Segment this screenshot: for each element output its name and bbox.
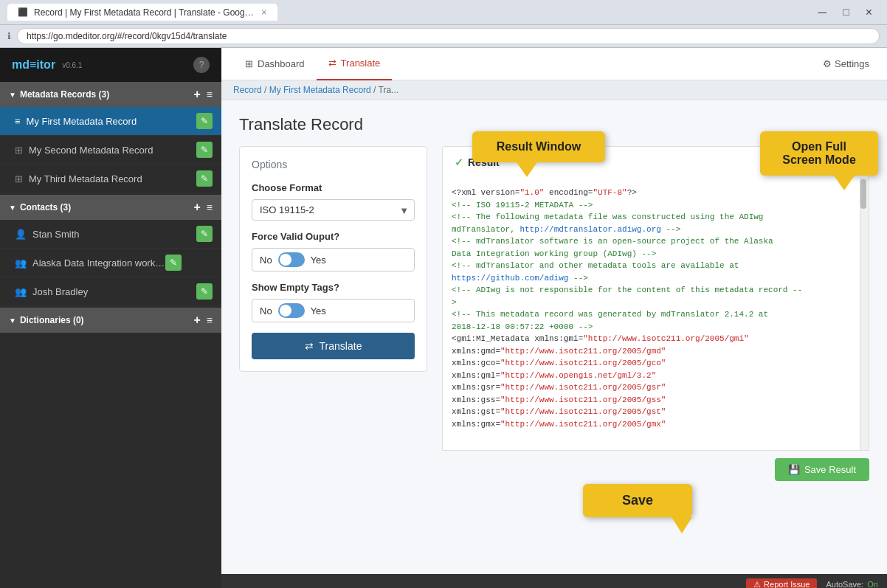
contact-label-2: Alaska Data Integration working... — [32, 257, 165, 269]
show-yes-label: Yes — [311, 305, 326, 317]
force-valid-toggle[interactable] — [278, 252, 305, 267]
help-button[interactable]: ? — [193, 57, 210, 73]
metadata-item-icon-1: ≡ — [15, 116, 21, 127]
fullscreen-button[interactable]: ⤢ — [846, 154, 857, 170]
nav-dashboard[interactable]: ⊞ Dashboard — [233, 48, 317, 80]
sidebar-item-josh-bradley[interactable]: 👥 Josh Bradley ✎ — [0, 277, 221, 306]
dashboard-icon: ⊞ — [245, 58, 253, 69]
contacts-caret-icon: ▼ — [9, 204, 16, 212]
window-minimize-btn[interactable]: ─ — [811, 6, 834, 19]
show-no-label: No — [260, 305, 272, 317]
edit-contact-3-btn[interactable]: ✎ — [196, 283, 213, 300]
metadata-item-icon-2: ⊞ — [15, 145, 23, 156]
result-title: ✓ Result — [455, 156, 500, 168]
dictionaries-caret-icon: ▼ — [9, 317, 16, 325]
translate-label: Translate — [341, 58, 381, 69]
edit-contact-2-btn[interactable]: ✎ — [165, 255, 182, 271]
settings-icon: ⚙ — [823, 58, 832, 69]
breadcrumb: Record / My First Metadata Record / Tra.… — [221, 80, 887, 100]
metadata-item-label-2: My Second Metadata Record — [29, 145, 196, 156]
sidebar-item-first-metadata[interactable]: ≡ My First Metadata Record ✎ — [0, 107, 221, 136]
settings-label: Settings — [835, 58, 869, 69]
translate-button[interactable]: ⇄ Translate — [252, 333, 415, 359]
address-bar[interactable]: https://go.mdeditor.org/#/record/0kgv15d… — [17, 28, 880, 44]
contact-label-1: Stan Smith — [32, 229, 196, 240]
dictionaries-menu-icon[interactable]: ≡ — [207, 314, 213, 326]
autosave-status: AutoSave: On — [826, 580, 878, 588]
address-info-icon: ℹ — [7, 31, 11, 41]
result-content-area[interactable]: <?xml version="1.0" encoding="UTF-8"?> <… — [442, 178, 869, 451]
format-label: Choose Format — [252, 182, 415, 193]
browser-tab-title: Record | My First Metadata Record | Tran… — [34, 7, 255, 18]
dictionaries-section-label: Dictionaries (0) — [20, 315, 194, 325]
metadata-item-icon-3: ⊞ — [15, 173, 23, 184]
save-result-icon: 💾 — [788, 464, 800, 475]
xml-scrollbar[interactable] — [860, 178, 869, 450]
edit-metadata-2-btn[interactable]: ✎ — [196, 142, 213, 158]
add-metadata-icon[interactable]: + — [193, 88, 200, 101]
contact-icon-1: 👤 — [15, 229, 27, 240]
breadcrumb-record[interactable]: Record — [233, 85, 262, 95]
force-yes-label: Yes — [311, 255, 326, 266]
options-title: Options — [252, 159, 415, 170]
breadcrumb-metadata[interactable]: My First Metadata Record — [269, 85, 371, 95]
dictionaries-section-header[interactable]: ▼ Dictionaries (0) + ≡ — [0, 308, 221, 333]
breadcrumb-sep-1: / — [264, 85, 269, 95]
metadata-item-label-1: My First Metadata Record — [27, 116, 196, 127]
app-logo: md≡itor — [12, 58, 55, 72]
report-issue-icon: ⚠ — [753, 580, 761, 589]
show-empty-label: Show Empty Tags? — [252, 282, 415, 293]
window-close-btn[interactable]: × — [858, 6, 880, 19]
metadata-item-label-3: My Third Metadata Record — [29, 173, 196, 184]
breadcrumb-current: Tra... — [379, 85, 399, 95]
edit-metadata-3-btn[interactable]: ✎ — [196, 170, 213, 187]
report-issue-button[interactable]: ⚠ Report Issue — [746, 578, 817, 589]
save-result-label: Save Result — [804, 464, 856, 475]
tab-close-icon[interactable]: × — [261, 7, 267, 18]
edit-metadata-1-btn[interactable]: ✎ — [196, 113, 213, 129]
force-valid-label: Force Valid Ouput? — [252, 231, 415, 242]
metadata-caret-icon: ▼ — [9, 91, 16, 99]
contact-label-3: Josh Bradley — [32, 286, 196, 297]
metadata-section-header[interactable]: ▼ Metadata Records (3) + ≡ — [0, 82, 221, 107]
save-callout: Save — [583, 484, 692, 533]
page-title: Translate Record — [239, 115, 869, 134]
contacts-menu-icon[interactable]: ≡ — [207, 201, 213, 213]
save-result-button[interactable]: 💾 Save Result — [775, 458, 869, 481]
translate-btn-label: Translate — [320, 340, 362, 352]
app-version: v0.6.1 — [62, 61, 82, 69]
status-bar: ⚠ Report Issue AutoSave: On — [221, 574, 887, 588]
nav-translate[interactable]: ⇄ Translate — [317, 48, 393, 80]
sidebar-item-third-metadata[interactable]: ⊞ My Third Metadata Record ✎ — [0, 165, 221, 193]
sidebar-item-second-metadata[interactable]: ⊞ My Second Metadata Record ✎ — [0, 136, 221, 165]
show-empty-toggle[interactable] — [278, 303, 305, 318]
sidebar-item-stan-smith[interactable]: 👤 Stan Smith ✎ — [0, 220, 221, 249]
dashboard-label: Dashboard — [258, 58, 305, 69]
metadata-section-label: Metadata Records (3) — [20, 89, 194, 100]
format-select[interactable]: ISO 19115-2 — [252, 199, 415, 221]
translate-btn-icon: ⇄ — [305, 340, 314, 352]
sidebar-item-alaska[interactable]: 👥 Alaska Data Integration working... ✎ — [0, 249, 221, 277]
result-title-text: Result — [468, 156, 500, 168]
metadata-menu-icon[interactable]: ≡ — [207, 89, 213, 100]
report-issue-label: Report Issue — [764, 580, 810, 588]
edit-contact-1-btn[interactable]: ✎ — [196, 226, 213, 242]
contacts-section-header[interactable]: ▼ Contacts (3) + ≡ — [0, 195, 221, 220]
contacts-section-label: Contacts (3) — [20, 202, 194, 212]
browser-tab-icon: ⬛ — [18, 7, 28, 17]
contact-icon-2: 👥 — [15, 257, 27, 269]
autosave-on: On — [867, 580, 878, 588]
add-dictionary-icon[interactable]: + — [193, 314, 200, 327]
force-no-label: No — [260, 255, 272, 266]
contact-icon-3: 👥 — [15, 286, 27, 297]
window-maximize-btn[interactable]: □ — [835, 6, 856, 19]
nav-settings[interactable]: ⚙ Settings — [817, 58, 875, 69]
translate-icon: ⇄ — [328, 58, 336, 69]
add-contact-icon[interactable]: + — [193, 201, 200, 214]
result-check-icon: ✓ — [455, 156, 463, 168]
